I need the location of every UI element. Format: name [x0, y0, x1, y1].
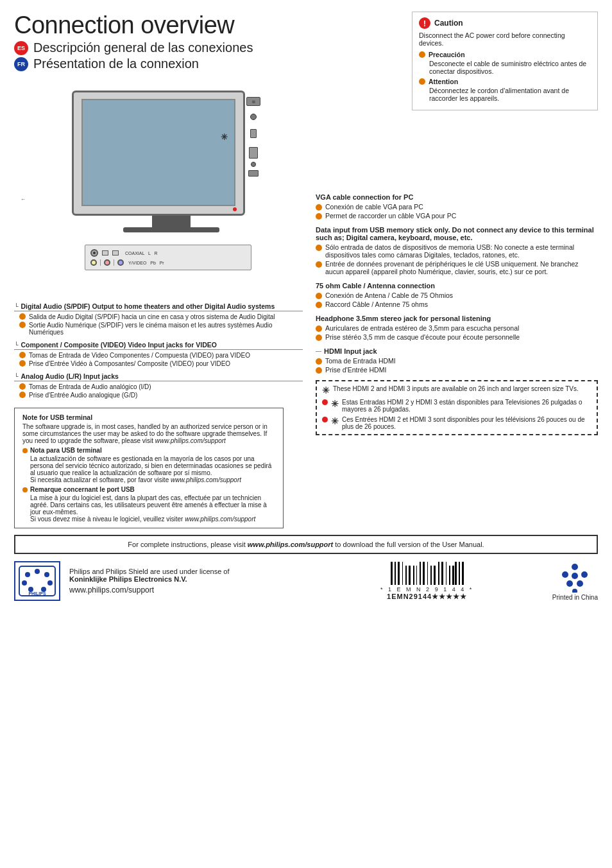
- remarque-section: Remarque concernant le port USB La mise …: [22, 486, 275, 523]
- hdmi-dashed-note: ✳ These HDMI 2 and HDMI 3 inputs are ava…: [316, 380, 598, 435]
- usb-data-bullet-2: Entrée de données provenant de périphéri…: [316, 260, 598, 275]
- analog-audio-bullet-1: Tomas de Entrada de Audio analógico (I/D…: [14, 383, 303, 390]
- star-icon-3: ✳: [331, 416, 339, 426]
- vga-title: VGA cable connection for PC: [316, 193, 598, 201]
- remarque-dot: [22, 487, 28, 492]
- caution-title-text: Caution: [434, 19, 463, 28]
- caution-text: Disconnect the AC power cord before conn…: [419, 31, 591, 47]
- page: Connection overview ES Descripción gener…: [0, 0, 612, 868]
- precaucion-label: Precaución: [429, 51, 465, 58]
- usb-data-title: Data input from USB memory stick only. D…: [316, 226, 598, 241]
- usb-data-bullet-1: Sólo entrada de datos de dispositivos de…: [316, 243, 598, 259]
- svg-point-9: [572, 564, 578, 570]
- ant-dot-2: [316, 302, 322, 308]
- component-section: └ Component / Composite (VIDEO) Video In…: [14, 341, 303, 367]
- caution-icon: !: [419, 17, 430, 29]
- usb-note-title: Note for USB terminal: [22, 413, 275, 421]
- analog-audio-bullet-2: Prise d'Entrée Audio analogique (G/D): [14, 392, 303, 399]
- hp-dot-1: [316, 326, 322, 332]
- printed-logo: [559, 560, 591, 593]
- hdmi-dot-1: [316, 358, 322, 365]
- footer-company: Koninklijke Philips Electronics N.V.: [69, 575, 302, 583]
- subtitle-es: ES Descripción general de las conexiones: [14, 40, 386, 55]
- barcode-area: * 1 E M N 2 9 1 4 4 * 1EMN29144★★★★★: [310, 560, 543, 601]
- attention-dot: [419, 78, 425, 85]
- usb-dot-2: [316, 261, 322, 268]
- nota-text: La actualización de software es gestiona…: [22, 455, 275, 483]
- footer-url: www.philips.com/support: [69, 586, 302, 595]
- remarque-title: Remarque concernant le port USB: [30, 486, 135, 493]
- svg-point-1: [25, 572, 30, 577]
- es-badge: ES: [14, 41, 28, 55]
- headphone-bullet-1: Auriculares de entrada estéreo de 3,5mm …: [316, 324, 598, 332]
- antenna-bullet-1: Conexión de Antena / Cable de 75 Ohmios: [316, 291, 598, 299]
- svg-point-3: [44, 572, 49, 577]
- bottom-banner: For complete instructions, please visit …: [14, 535, 598, 554]
- philips-logo: PHILIPS: [14, 561, 60, 601]
- usb-dot-1: [316, 245, 322, 251]
- svg-point-10: [562, 571, 568, 578]
- hdmi-note-2: Estas Entradas HDMI 2 y HDMI 3 están dis…: [342, 399, 591, 413]
- attention-label: Attention: [429, 78, 458, 85]
- svg-point-12: [566, 580, 573, 587]
- star-icon-1: ✳: [322, 385, 330, 395]
- printed-china: Printed in China: [552, 560, 598, 601]
- footer-text: Philips and Philips Shield are used unde…: [69, 568, 302, 595]
- subtitle-fr: FR Présentation de la connexion: [14, 56, 386, 71]
- nota-title: Nota para USB terminal: [30, 447, 102, 454]
- da-dot-1: [19, 313, 26, 320]
- hdmi-bullet-2: Prise d'Entrée HDMI: [316, 366, 598, 374]
- tv-illustration: COAXIAL L R Y/VIDEO Pb Pr: [53, 78, 303, 296]
- right-panel: VGA cable connection for PC Conexión de …: [309, 78, 598, 528]
- attention-text: Déconnectez le cordon d'alimentation ava…: [419, 87, 591, 102]
- left-annotations: └ Digital Audio (S/PDIF) Output to home …: [14, 302, 303, 399]
- hdmi-bullet-1: Toma de Entrada HDMI: [316, 357, 598, 365]
- precaucion-text: Desconecte el cable de suministro eléctr…: [419, 60, 591, 75]
- hp-dot-2: [316, 334, 322, 341]
- barcode-image: [391, 560, 464, 585]
- left-panel: COAXIAL L R Y/VIDEO Pb Pr: [14, 78, 303, 528]
- svg-point-4: [22, 580, 27, 586]
- comp-dot-2: [19, 360, 26, 367]
- caution-box: ! Caution Disconnect the AC power cord b…: [412, 12, 598, 110]
- hdmi-section: — HDMI Input jack Toma de Entrada HDMI P…: [316, 347, 598, 374]
- hdmi-note-3: Ces Entrées HDMI 2 et HDMI 3 sont dispon…: [342, 416, 591, 430]
- barcode-text: * 1 E M N 2 9 1 4 4 *: [380, 586, 473, 593]
- vga-bullet-1: Conexión de cable VGA para PC: [316, 203, 598, 211]
- star-icon-2: ✳: [331, 399, 339, 409]
- antenna-bullet-2: Raccord Câble / Antenne 75 ohms: [316, 300, 598, 308]
- digital-audio-bullet-2: Sortie Audio Numérique (S/PDIF) vers le …: [14, 322, 303, 336]
- precaucion-dot: [419, 51, 425, 58]
- barcode-model: 1EMN29144★★★★★: [387, 593, 467, 601]
- svg-point-14: [572, 573, 578, 579]
- usb-data-section: Data input from USB memory stick only. D…: [316, 226, 598, 275]
- footer-tagline: Philips and Philips Shield are used unde…: [69, 568, 302, 575]
- remarque-text: La mise à jour du logiciel est, dans la …: [22, 494, 275, 523]
- component-title: Component / Composite (VIDEO) Video Inpu…: [21, 341, 217, 349]
- hdmi-dot-2: [316, 367, 322, 374]
- aa-dot-2: [19, 392, 26, 398]
- aa-dot-1: [19, 383, 26, 390]
- svg-point-5: [47, 580, 53, 586]
- svg-point-11: [581, 571, 588, 578]
- component-bullet-1: Tomas de Entrada de Video Componentes / …: [14, 352, 303, 359]
- digital-audio-bullet-1: Salida de Audio Digital (S/PDIF) hacia u…: [14, 313, 303, 320]
- antenna-title: 75 ohm Cable / Antenna connection: [316, 282, 598, 290]
- digital-audio-header: └ Digital Audio (S/PDIF) Output to home …: [14, 302, 303, 311]
- headphone-bullet-2: Prise stéréo 3,5 mm de casque d'écoute p…: [316, 333, 598, 341]
- hdmi-note-1: These HDMI 2 and HDMI 3 inputs are avail…: [333, 385, 579, 392]
- component-bullet-2: Prise d'Entrée Vidéo à Composantes/ Comp…: [14, 360, 303, 367]
- digital-audio-section: └ Digital Audio (S/PDIF) Output to home …: [14, 302, 303, 336]
- vga-dot-1: [316, 204, 322, 211]
- svg-text:PHILIPS: PHILIPS: [28, 591, 46, 596]
- fr-badge: FR: [14, 57, 28, 71]
- da-dot-2: [19, 322, 26, 328]
- nota-dot: [22, 448, 28, 453]
- usb-note-text: The software upgrade is, in most cases, …: [22, 423, 275, 444]
- nota-section: Nota para USB terminal La actualización …: [22, 447, 275, 483]
- printed-text: Printed in China: [552, 594, 598, 601]
- antenna-section: 75 ohm Cable / Antenna connection Conexi…: [316, 282, 598, 308]
- hdmi-title: HDMI Input jack: [324, 347, 377, 355]
- svg-point-2: [35, 569, 40, 574]
- analog-audio-header: └ Analog Audio (L/R) Input jacks: [14, 372, 303, 381]
